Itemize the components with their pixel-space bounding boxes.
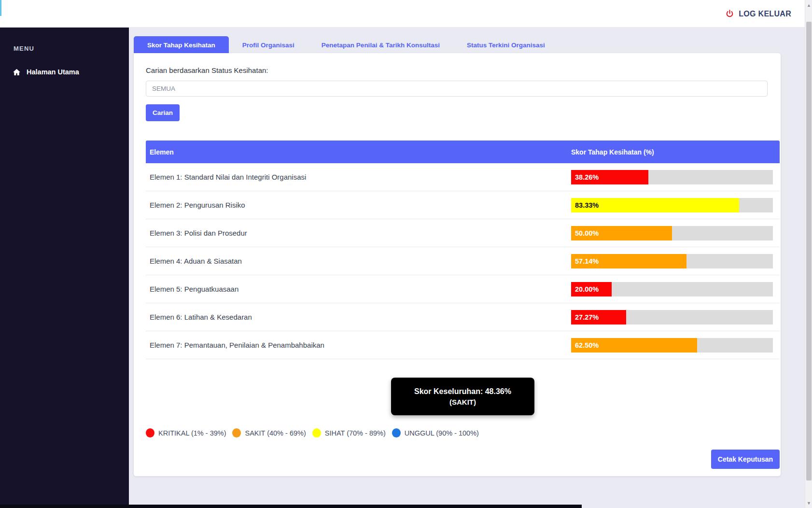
tab-1[interactable]: Profil Organisasi xyxy=(229,36,308,54)
table-row: Elemen 6: Latihan & Kesedaran27.27% xyxy=(146,303,780,331)
sidebar-menu-header: MENU xyxy=(0,28,129,52)
progress-bar: 57.14% xyxy=(571,254,686,268)
scrollbar-thumb[interactable] xyxy=(806,22,812,480)
table-body: Elemen 1: Standard Nilai dan Integriti O… xyxy=(146,163,780,359)
search-button[interactable]: Carian xyxy=(146,104,180,121)
overall-score-line1: Skor Keseluruhan: 48.36% xyxy=(414,387,511,396)
score-bar-cell: 20.00% xyxy=(571,282,780,296)
legend-item: SAKIT (40% - 69%) xyxy=(232,428,306,437)
element-label: Elemen 5: Penguatkuasaan xyxy=(146,285,571,293)
table-header-elemen: Elemen xyxy=(146,148,571,156)
element-label: Elemen 2: Pengurusan Risiko xyxy=(146,201,571,209)
vertical-scrollbar[interactable]: ▲ ▼ xyxy=(805,0,812,508)
topbar: LOG KELUAR xyxy=(0,0,805,28)
score-bar-cell: 50.00% xyxy=(571,226,780,240)
logout-label: LOG KELUAR xyxy=(739,10,791,18)
progress-track: 27.27% xyxy=(571,310,773,325)
element-label: Elemen 6: Latihan & Kesedaran xyxy=(146,313,571,321)
table-row: Elemen 3: Polisi dan Prosedur50.00% xyxy=(146,219,780,247)
brand-sliver xyxy=(0,0,1,16)
element-label: Elemen 1: Standard Nilai dan Integriti O… xyxy=(146,173,571,181)
table-row: Elemen 7: Pemantauan, Penilaian & Penamb… xyxy=(146,331,780,359)
power-icon xyxy=(725,9,734,18)
table-row: Elemen 5: Penguatkuasaan20.00% xyxy=(146,275,780,303)
table-header-skor: Skor Tahap Kesihatan (%) xyxy=(571,148,780,156)
progress-bar: 20.00% xyxy=(571,282,612,296)
sidebar-item-halaman-utama[interactable]: Halaman Utama xyxy=(0,66,129,78)
logout-button[interactable]: LOG KELUAR xyxy=(725,0,791,28)
main-content: Skor Tahap KesihatanProfil OrganisasiPen… xyxy=(129,28,805,505)
legend-label: UNGGUL (90% - 100%) xyxy=(405,429,479,437)
progress-track: 57.14% xyxy=(571,254,773,268)
score-bar-cell: 27.27% xyxy=(571,310,780,325)
progress-bar: 83.33% xyxy=(571,198,739,212)
element-label: Elemen 4: Aduan & Siasatan xyxy=(146,257,571,265)
table-row: Elemen 2: Pengurusan Risiko83.33% xyxy=(146,191,780,219)
legend-item: SIHAT (70% - 89%) xyxy=(312,428,386,437)
footer-strip xyxy=(0,505,582,508)
legend: KRITIKAL (1% - 39%)SAKIT (40% - 69%)SIHA… xyxy=(146,428,780,437)
legend-dot-icon xyxy=(232,428,241,437)
health-score-card: Carian berdasarkan Status Kesihatan: SEM… xyxy=(134,53,781,476)
tab-3[interactable]: Status Terkini Organisasi xyxy=(453,36,559,54)
overall-score-line2: (SAKIT) xyxy=(449,398,476,406)
element-label: Elemen 7: Pemantauan, Penilaian & Penamb… xyxy=(146,341,571,349)
progress-track: 83.33% xyxy=(571,198,773,212)
element-label: Elemen 3: Polisi dan Prosedur xyxy=(146,229,571,237)
progress-bar: 27.27% xyxy=(571,310,626,325)
overall-score-box: Skor Keseluruhan: 48.36% (SAKIT) xyxy=(391,378,534,415)
sidebar: MENU Halaman Utama xyxy=(0,28,129,505)
tab-2[interactable]: Penetapan Penilai & Tarikh Konsultasi xyxy=(308,36,453,54)
print-results-button[interactable]: Cetak Keputusan xyxy=(711,450,780,469)
score-bar-cell: 38.26% xyxy=(571,170,780,184)
progress-track: 38.26% xyxy=(571,170,773,184)
progress-bar: 38.26% xyxy=(571,170,648,184)
score-bar-cell: 57.14% xyxy=(571,254,780,268)
legend-label: SIHAT (70% - 89%) xyxy=(325,429,386,437)
status-select[interactable]: SEMUA xyxy=(146,81,768,97)
table-row: Elemen 4: Aduan & Siasatan57.14% xyxy=(146,247,780,275)
legend-dot-icon xyxy=(146,428,154,437)
score-table: Elemen Skor Tahap Kesihatan (%) Elemen 1… xyxy=(146,141,780,359)
scroll-down-icon[interactable]: ▼ xyxy=(805,499,812,507)
progress-bar: 62.50% xyxy=(571,338,697,353)
status-select-value: SEMUA xyxy=(152,85,175,92)
legend-label: SAKIT (40% - 69%) xyxy=(245,429,306,437)
legend-dot-icon xyxy=(392,428,401,437)
home-icon xyxy=(13,68,21,76)
progress-track: 50.00% xyxy=(571,226,773,240)
search-label: Carian berdasarkan Status Kesihatan: xyxy=(146,66,780,74)
legend-dot-icon xyxy=(312,428,321,437)
tab-bar: Skor Tahap KesihatanProfil OrganisasiPen… xyxy=(134,36,559,54)
progress-track: 20.00% xyxy=(571,282,773,296)
table-header: Elemen Skor Tahap Kesihatan (%) xyxy=(146,141,780,163)
legend-item: UNGGUL (90% - 100%) xyxy=(392,428,479,437)
progress-track: 62.50% xyxy=(571,338,773,353)
score-bar-cell: 62.50% xyxy=(571,338,780,353)
scroll-up-icon[interactable]: ▲ xyxy=(805,1,812,9)
legend-item: KRITIKAL (1% - 39%) xyxy=(146,428,226,437)
tab-0[interactable]: Skor Tahap Kesihatan xyxy=(134,36,229,54)
legend-label: KRITIKAL (1% - 39%) xyxy=(158,429,226,437)
table-row: Elemen 1: Standard Nilai dan Integriti O… xyxy=(146,163,780,191)
progress-bar: 50.00% xyxy=(571,226,672,240)
sidebar-item-label: Halaman Utama xyxy=(27,68,79,76)
app-window: LOG KELUAR MENU Halaman Utama Skor Tahap… xyxy=(0,0,812,508)
score-bar-cell: 83.33% xyxy=(571,198,780,212)
print-row: Cetak Keputusan xyxy=(146,450,780,469)
